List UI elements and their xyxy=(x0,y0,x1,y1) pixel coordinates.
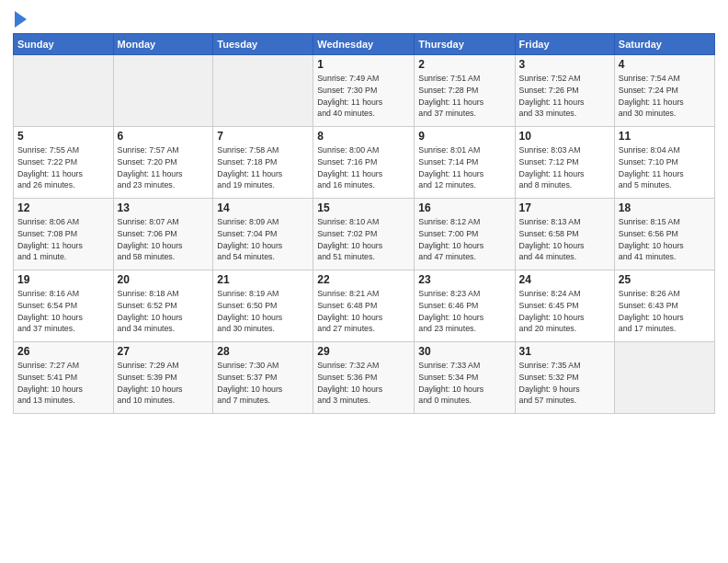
header xyxy=(13,9,715,28)
day-info: Sunrise: 7:54 AM Sunset: 7:24 PM Dayligh… xyxy=(619,73,711,120)
day-info: Sunrise: 8:13 AM Sunset: 6:58 PM Dayligh… xyxy=(519,216,610,263)
day-cell: 27Sunrise: 7:29 AM Sunset: 5:39 PM Dayli… xyxy=(113,342,213,414)
weekday-header-friday: Friday xyxy=(515,34,614,55)
day-cell: 26Sunrise: 7:27 AM Sunset: 5:41 PM Dayli… xyxy=(14,342,114,414)
day-number: 5 xyxy=(17,130,109,143)
week-row-1: 1Sunrise: 7:49 AM Sunset: 7:30 PM Daylig… xyxy=(14,55,715,127)
day-number: 6 xyxy=(118,130,210,143)
day-info: Sunrise: 7:32 AM Sunset: 5:36 PM Dayligh… xyxy=(317,360,410,407)
day-cell: 14Sunrise: 8:09 AM Sunset: 7:04 PM Dayli… xyxy=(213,199,313,270)
day-info: Sunrise: 8:10 AM Sunset: 7:02 PM Dayligh… xyxy=(317,216,410,263)
day-number: 18 xyxy=(619,201,711,214)
day-cell: 29Sunrise: 7:32 AM Sunset: 5:36 PM Dayli… xyxy=(313,342,415,414)
day-info: Sunrise: 8:16 AM Sunset: 6:54 PM Dayligh… xyxy=(17,288,109,335)
day-info: Sunrise: 8:15 AM Sunset: 6:56 PM Dayligh… xyxy=(619,216,711,263)
day-info: Sunrise: 8:12 AM Sunset: 7:00 PM Dayligh… xyxy=(418,216,510,263)
day-info: Sunrise: 7:30 AM Sunset: 5:37 PM Dayligh… xyxy=(217,360,309,407)
week-row-3: 12Sunrise: 8:06 AM Sunset: 7:08 PM Dayli… xyxy=(14,199,715,270)
day-info: Sunrise: 7:51 AM Sunset: 7:28 PM Dayligh… xyxy=(418,73,510,120)
calendar-table: SundayMondayTuesdayWednesdayThursdayFrid… xyxy=(13,33,715,414)
day-cell: 13Sunrise: 8:07 AM Sunset: 7:06 PM Dayli… xyxy=(113,199,213,270)
weekday-header-monday: Monday xyxy=(113,34,213,55)
day-cell: 18Sunrise: 8:15 AM Sunset: 6:56 PM Dayli… xyxy=(614,199,714,270)
day-info: Sunrise: 8:26 AM Sunset: 6:43 PM Dayligh… xyxy=(619,288,711,335)
weekday-header-wednesday: Wednesday xyxy=(313,34,415,55)
day-number: 31 xyxy=(519,345,610,358)
day-info: Sunrise: 7:33 AM Sunset: 5:34 PM Dayligh… xyxy=(418,360,510,407)
day-cell: 1Sunrise: 7:49 AM Sunset: 7:30 PM Daylig… xyxy=(313,55,415,127)
day-info: Sunrise: 8:00 AM Sunset: 7:16 PM Dayligh… xyxy=(317,144,410,191)
day-cell xyxy=(614,342,714,414)
day-cell: 23Sunrise: 8:23 AM Sunset: 6:46 PM Dayli… xyxy=(415,270,515,342)
day-info: Sunrise: 8:07 AM Sunset: 7:06 PM Dayligh… xyxy=(118,216,210,263)
day-cell xyxy=(113,55,213,127)
day-number: 30 xyxy=(418,345,510,358)
day-info: Sunrise: 8:01 AM Sunset: 7:14 PM Dayligh… xyxy=(418,144,510,191)
day-cell: 7Sunrise: 7:58 AM Sunset: 7:18 PM Daylig… xyxy=(213,127,313,199)
day-cell: 25Sunrise: 8:26 AM Sunset: 6:43 PM Dayli… xyxy=(614,270,714,342)
day-cell: 19Sunrise: 8:16 AM Sunset: 6:54 PM Dayli… xyxy=(14,270,114,342)
day-number: 2 xyxy=(418,58,510,71)
day-number: 28 xyxy=(217,345,309,358)
week-row-2: 5Sunrise: 7:55 AM Sunset: 7:22 PM Daylig… xyxy=(14,127,715,199)
day-cell: 5Sunrise: 7:55 AM Sunset: 7:22 PM Daylig… xyxy=(14,127,114,199)
day-number: 21 xyxy=(217,273,309,286)
day-cell: 22Sunrise: 8:21 AM Sunset: 6:48 PM Dayli… xyxy=(313,270,415,342)
day-number: 8 xyxy=(317,130,410,143)
day-number: 7 xyxy=(217,130,309,143)
day-info: Sunrise: 8:09 AM Sunset: 7:04 PM Dayligh… xyxy=(217,216,309,263)
day-cell: 15Sunrise: 8:10 AM Sunset: 7:02 PM Dayli… xyxy=(313,199,415,270)
day-number: 4 xyxy=(619,58,711,71)
day-number: 20 xyxy=(118,273,210,286)
day-number: 11 xyxy=(619,130,711,143)
day-cell xyxy=(213,55,313,127)
day-number: 15 xyxy=(317,201,410,214)
day-cell: 4Sunrise: 7:54 AM Sunset: 7:24 PM Daylig… xyxy=(614,55,714,127)
day-info: Sunrise: 7:29 AM Sunset: 5:39 PM Dayligh… xyxy=(118,360,210,407)
calendar-page: SundayMondayTuesdayWednesdayThursdayFrid… xyxy=(0,0,728,563)
day-cell: 2Sunrise: 7:51 AM Sunset: 7:28 PM Daylig… xyxy=(415,55,515,127)
day-number: 29 xyxy=(317,345,410,358)
day-info: Sunrise: 7:57 AM Sunset: 7:20 PM Dayligh… xyxy=(118,144,210,191)
day-number: 10 xyxy=(519,130,610,143)
week-row-4: 19Sunrise: 8:16 AM Sunset: 6:54 PM Dayli… xyxy=(14,270,715,342)
weekday-header-row: SundayMondayTuesdayWednesdayThursdayFrid… xyxy=(14,34,715,55)
day-cell: 10Sunrise: 8:03 AM Sunset: 7:12 PM Dayli… xyxy=(515,127,614,199)
day-info: Sunrise: 8:06 AM Sunset: 7:08 PM Dayligh… xyxy=(17,216,109,263)
day-info: Sunrise: 8:18 AM Sunset: 6:52 PM Dayligh… xyxy=(118,288,210,335)
day-cell: 3Sunrise: 7:52 AM Sunset: 7:26 PM Daylig… xyxy=(515,55,614,127)
day-info: Sunrise: 7:52 AM Sunset: 7:26 PM Dayligh… xyxy=(519,73,610,120)
day-info: Sunrise: 7:58 AM Sunset: 7:18 PM Dayligh… xyxy=(217,144,309,191)
day-number: 13 xyxy=(118,201,210,214)
day-number: 26 xyxy=(17,345,109,358)
weekday-header-thursday: Thursday xyxy=(415,34,515,55)
day-cell: 17Sunrise: 8:13 AM Sunset: 6:58 PM Dayli… xyxy=(515,199,614,270)
day-cell xyxy=(14,55,114,127)
day-info: Sunrise: 7:27 AM Sunset: 5:41 PM Dayligh… xyxy=(17,360,109,407)
day-cell: 12Sunrise: 8:06 AM Sunset: 7:08 PM Dayli… xyxy=(14,199,114,270)
day-cell: 6Sunrise: 7:57 AM Sunset: 7:20 PM Daylig… xyxy=(113,127,213,199)
day-cell: 20Sunrise: 8:18 AM Sunset: 6:52 PM Dayli… xyxy=(113,270,213,342)
day-info: Sunrise: 7:49 AM Sunset: 7:30 PM Dayligh… xyxy=(317,73,410,120)
weekday-header-tuesday: Tuesday xyxy=(213,34,313,55)
logo xyxy=(13,13,27,28)
day-cell: 21Sunrise: 8:19 AM Sunset: 6:50 PM Dayli… xyxy=(213,270,313,342)
day-number: 1 xyxy=(317,58,410,71)
day-cell: 9Sunrise: 8:01 AM Sunset: 7:14 PM Daylig… xyxy=(415,127,515,199)
day-cell: 24Sunrise: 8:24 AM Sunset: 6:45 PM Dayli… xyxy=(515,270,614,342)
day-number: 3 xyxy=(519,58,610,71)
day-cell: 11Sunrise: 8:04 AM Sunset: 7:10 PM Dayli… xyxy=(614,127,714,199)
day-number: 19 xyxy=(17,273,109,286)
day-number: 24 xyxy=(519,273,610,286)
day-number: 14 xyxy=(217,201,309,214)
day-info: Sunrise: 8:23 AM Sunset: 6:46 PM Dayligh… xyxy=(418,288,510,335)
weekday-header-saturday: Saturday xyxy=(614,34,714,55)
day-number: 17 xyxy=(519,201,610,214)
day-info: Sunrise: 8:03 AM Sunset: 7:12 PM Dayligh… xyxy=(519,144,610,191)
logo-arrow-icon xyxy=(15,11,27,28)
day-info: Sunrise: 8:21 AM Sunset: 6:48 PM Dayligh… xyxy=(317,288,410,335)
day-number: 22 xyxy=(317,273,410,286)
day-info: Sunrise: 8:19 AM Sunset: 6:50 PM Dayligh… xyxy=(217,288,309,335)
day-info: Sunrise: 8:24 AM Sunset: 6:45 PM Dayligh… xyxy=(519,288,610,335)
day-number: 27 xyxy=(118,345,210,358)
